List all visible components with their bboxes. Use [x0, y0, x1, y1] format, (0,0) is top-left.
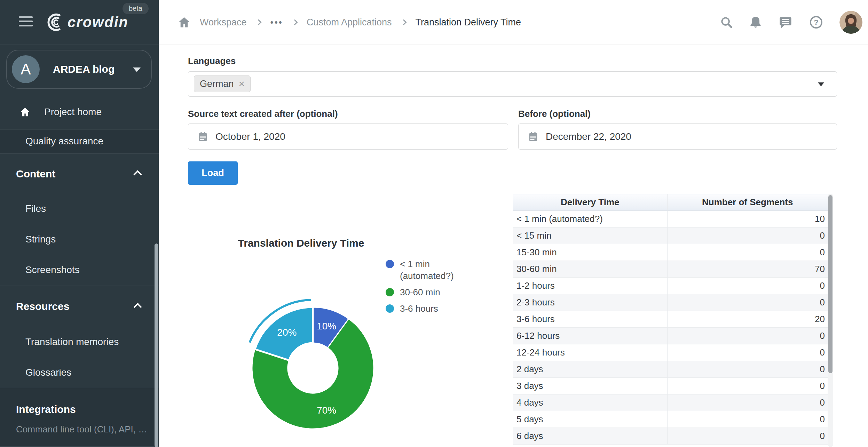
table-row[interactable]: 6 days0	[513, 428, 828, 445]
sidebar-section-resources[interactable]: Resources	[16, 300, 69, 313]
cell-delivery-time: < 15 min	[513, 228, 667, 244]
sidebar-scrollbar[interactable]	[155, 244, 158, 447]
languages-select[interactable]: German ×	[188, 71, 837, 97]
cell-segment-count: 0	[667, 344, 828, 361]
before-date-input[interactable]: December 22, 2020	[518, 123, 837, 150]
cell-delivery-time: 4 days	[513, 394, 667, 411]
cell-segment-count: 0	[667, 411, 828, 428]
cell-segment-count: 0	[667, 428, 828, 445]
divider	[0, 286, 159, 286]
table-row[interactable]: 3-6 hours20	[513, 311, 828, 328]
remove-language-icon[interactable]: ×	[239, 79, 245, 89]
cell-delivery-time: 2 days	[513, 361, 667, 378]
slice-percent-label: 10%	[317, 321, 336, 332]
after-date-input[interactable]: October 1, 2020	[188, 123, 508, 150]
before-date-label: Before (optional)	[518, 109, 591, 119]
legend-label: 30-60 min	[400, 286, 440, 298]
cell-segment-count: 10	[667, 211, 828, 228]
table-row[interactable]: 2-3 hours0	[513, 294, 828, 311]
sidebar-section-integrations[interactable]: Integrations	[16, 403, 76, 416]
cell-delivery-time: 2-3 hours	[513, 294, 667, 311]
table-row[interactable]: 15-30 min0	[513, 244, 828, 261]
sidebar-item-glossaries[interactable]: Glossaries	[25, 366, 71, 379]
beta-badge: beta	[123, 3, 149, 14]
cell-segment-count: 0	[667, 378, 828, 394]
legend-dot-icon	[386, 304, 394, 313]
user-avatar[interactable]	[839, 11, 862, 34]
project-avatar: A	[12, 55, 40, 83]
table-row[interactable]: 5 days0	[513, 411, 828, 428]
cell-segment-count: 0	[667, 361, 828, 378]
breadcrumb-collapsed[interactable]: •••	[270, 17, 283, 28]
table-row[interactable]: < 1 min (automated?)10	[513, 211, 828, 228]
load-button[interactable]: Load	[188, 161, 238, 185]
top-icons: ?	[720, 0, 862, 45]
cell-delivery-time: 30-60 min	[513, 261, 667, 278]
table-row[interactable]: 4 days0	[513, 394, 828, 411]
breadcrumb-current-page: Translation Delivery Time	[416, 17, 521, 28]
cell-segment-count: 70	[667, 261, 828, 278]
menu-icon[interactable]	[19, 16, 33, 28]
language-tag[interactable]: German ×	[194, 75, 251, 92]
table-body: < 1 min (automated?)10< 15 min015-30 min…	[513, 211, 828, 445]
sidebar-item-files[interactable]: Files	[25, 202, 46, 215]
sidebar-item-screenshots[interactable]: Screenshots	[25, 264, 80, 276]
sidebar-item-quality-assurance[interactable]: Quality assurance	[25, 135, 103, 147]
legend-dot-icon	[386, 288, 394, 296]
cell-segment-count: 0	[667, 294, 828, 311]
languages-label: Languages	[188, 56, 236, 66]
project-selector[interactable]: A ARDEA blog	[6, 50, 152, 89]
table-scrollbar-track	[828, 194, 833, 447]
table-row[interactable]: 30-60 min70	[513, 261, 828, 278]
cell-segment-count: 20	[667, 311, 828, 328]
cell-segment-count: 0	[667, 278, 828, 294]
sidebar-band	[0, 388, 159, 446]
divider	[0, 446, 159, 447]
breadcrumb-custom-applications[interactable]: Custom Applications	[307, 17, 392, 28]
legend-item[interactable]: < 1 min (automated?)	[386, 258, 471, 282]
notifications-bell-icon[interactable]	[749, 15, 762, 29]
home-icon	[19, 106, 31, 118]
legend-item[interactable]: 30-60 min	[386, 286, 471, 298]
crowdin-logo-icon	[44, 13, 65, 32]
divider	[0, 153, 159, 154]
project-name: ARDEA blog	[53, 50, 115, 88]
sidebar-integrations-subtitle: Command line tool (CLI), API, …	[16, 423, 147, 435]
sidebar-section-content[interactable]: Content	[16, 168, 55, 180]
table-row[interactable]: 12-24 hours0	[513, 344, 828, 361]
table-row[interactable]: 1-2 hours0	[513, 278, 828, 294]
sidebar-item-project-home[interactable]: Project home	[44, 106, 102, 118]
messages-icon[interactable]	[778, 15, 793, 30]
cell-segment-count: 0	[667, 394, 828, 411]
before-date-value: December 22, 2020	[546, 131, 631, 142]
table-scrollbar-thumb[interactable]	[828, 195, 833, 373]
donut-chart: 10%70%20%	[240, 295, 386, 441]
column-header-delivery-time[interactable]: Delivery Time	[513, 194, 667, 211]
logo-text: crowdin	[68, 14, 128, 31]
legend-item[interactable]: 3-6 hours	[386, 303, 471, 314]
table-row[interactable]: 3 days0	[513, 378, 828, 394]
crowdin-logo[interactable]: crowdin	[44, 12, 128, 33]
sidebar-item-translation-memories[interactable]: Translation memories	[25, 336, 119, 348]
calendar-icon	[197, 131, 208, 142]
divider	[0, 95, 159, 95]
chevron-right-icon	[292, 19, 298, 25]
cell-delivery-time: 6 days	[513, 428, 667, 445]
sidebar-item-strings[interactable]: Strings	[25, 233, 56, 246]
table-row[interactable]: 6-12 hours0	[513, 328, 828, 344]
after-date-label: Source text created after (optional)	[188, 109, 338, 119]
column-header-number-of-segments[interactable]: Number of Segments	[667, 194, 828, 211]
brand-bar: crowdin beta	[0, 0, 159, 45]
table-row[interactable]: 2 days0	[513, 361, 828, 378]
table-row[interactable]: < 15 min0	[513, 228, 828, 244]
breadcrumb-workspace[interactable]: Workspace	[200, 17, 247, 28]
breadcrumb-home-icon[interactable]	[177, 16, 191, 29]
page: crowdin beta Workspace ••• Custom Applic…	[0, 0, 868, 447]
cell-delivery-time: 6-12 hours	[513, 328, 667, 344]
cell-segment-count: 0	[667, 244, 828, 261]
slice-percent-label: 20%	[277, 327, 297, 338]
help-icon[interactable]: ?	[809, 15, 823, 30]
cell-delivery-time: 5 days	[513, 411, 667, 428]
cell-delivery-time: 3 days	[513, 378, 667, 394]
search-icon[interactable]	[720, 16, 733, 29]
